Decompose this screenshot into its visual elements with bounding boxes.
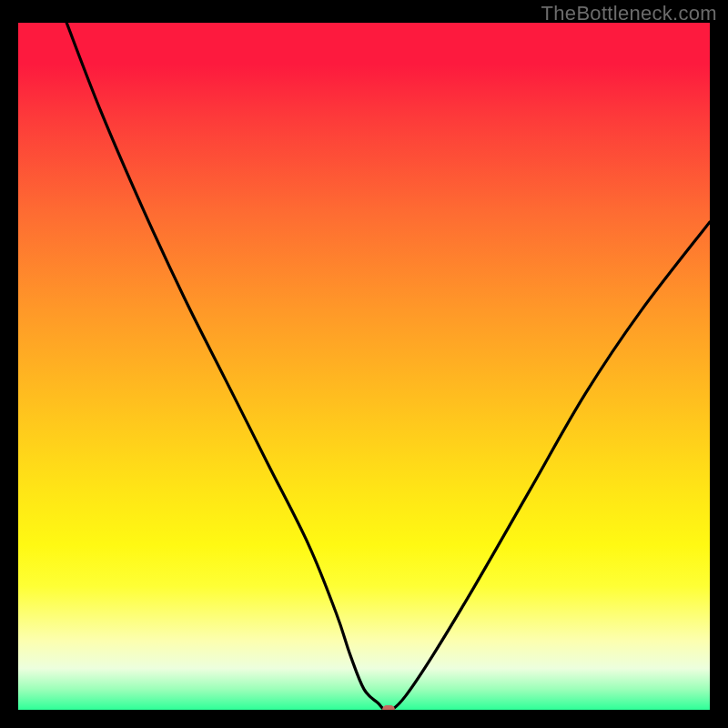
optimal-point-marker: [382, 705, 395, 710]
watermark-text: TheBottleneck.com: [541, 2, 717, 25]
bottleneck-curve: [18, 23, 710, 710]
bottleneck-chart: [18, 23, 710, 710]
